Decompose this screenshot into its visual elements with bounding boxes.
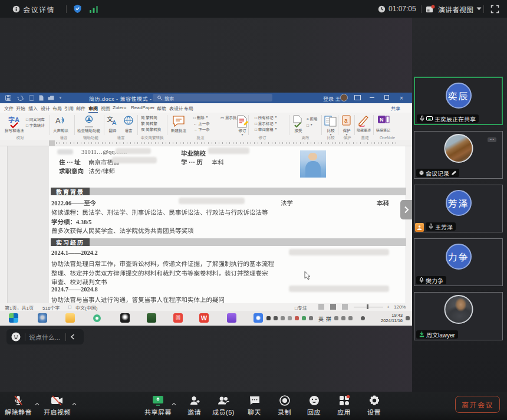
svg-text:a: a [344,117,348,124]
svg-text:字A: 字A [8,116,19,123]
svg-text:A: A [55,116,61,125]
svg-text:N: N [380,117,384,123]
svg-text:A: A [112,119,117,126]
